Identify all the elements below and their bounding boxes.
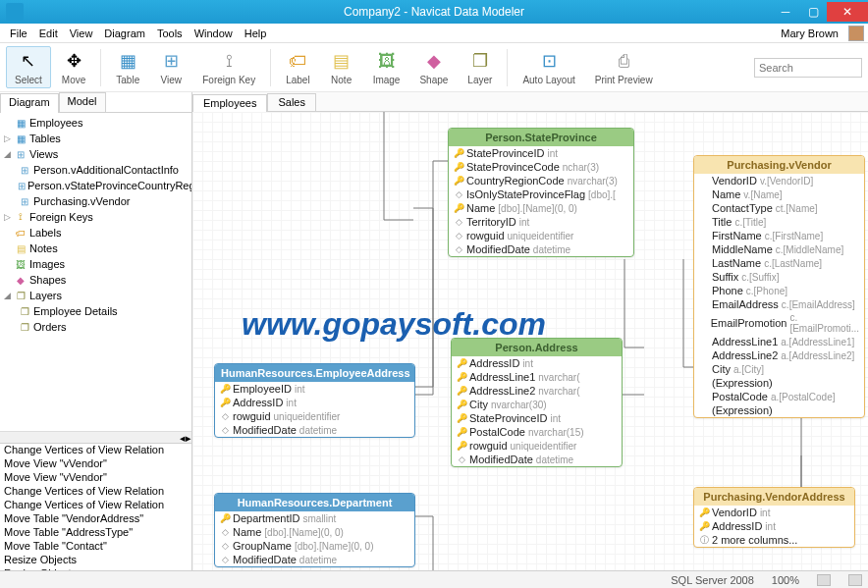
history-item[interactable]: Move Table "Contact" (0, 540, 191, 554)
entity-column[interactable]: 🔑CountryRegionCode nvarchar(3) (449, 174, 633, 187)
entity-column[interactable]: Name v.[Name] (694, 187, 864, 201)
user-info[interactable]: Mary Brown (775, 26, 864, 41)
tree-root[interactable]: ▦Employees (0, 115, 191, 131)
history-item[interactable]: Change Vertices of View Relation (0, 444, 191, 457)
entity-column[interactable]: (Expression) (694, 376, 864, 390)
note-tool[interactable]: ▤Note (321, 46, 362, 88)
label-tool[interactable]: 🏷Label (277, 46, 318, 88)
entity-column[interactable]: ◇TerritoryID int (449, 215, 633, 229)
history-item[interactable]: Move Table "AddressType" (0, 526, 191, 540)
entity-column[interactable]: 🔑DepartmentID smallint (215, 511, 414, 525)
fk-tool[interactable]: ⟟Foreign Key (193, 46, 264, 88)
entity-department[interactable]: HumanResources.Department 🔑DepartmentID … (214, 493, 415, 567)
entity-person-address[interactable]: Person.Address 🔑AddressID int🔑AddressLin… (451, 338, 623, 467)
entity-column[interactable]: ◇GroupName [dbo].[Name](0, 0) (215, 539, 414, 553)
entity-column[interactable]: 🔑PostalCode nvarchar(15) (452, 425, 622, 439)
object-tree[interactable]: ▦Employees ▷▦Tables ◢⊞Views ⊞Person.vAdd… (0, 112, 191, 431)
move-tool[interactable]: ✥Move (53, 46, 94, 88)
maximize-button[interactable]: ▢ (799, 2, 827, 22)
select-tool[interactable]: ↖Select (6, 46, 51, 88)
entity-column[interactable]: ◇ModifiedDate datetime (215, 553, 414, 566)
history-item[interactable]: Move View "vVendor" (0, 471, 191, 485)
entity-column[interactable]: (Expression) (694, 403, 864, 417)
history-item[interactable]: Move Table "VendorAddress" (0, 512, 191, 526)
tree-fks[interactable]: ▷⟟Foreign Keys (0, 209, 191, 225)
tree-views[interactable]: ◢⊞Views (0, 146, 191, 162)
entity-column[interactable]: ⓘ2 more columns... (694, 533, 854, 547)
entity-column[interactable]: ◇rowguid uniqueidentifier (449, 229, 633, 242)
view-tool[interactable]: ⊞View (150, 46, 191, 88)
doc-tab-sales[interactable]: Sales (267, 93, 316, 111)
entity-column[interactable]: MiddleName c.[MiddleName] (694, 242, 864, 256)
entity-vvendor[interactable]: Purchasing.vVendor VendorID v.[VendorID]… (693, 155, 865, 418)
menu-file[interactable]: File (4, 27, 33, 39)
tree-notes[interactable]: ▤Notes (0, 241, 191, 256)
auto-layout-button[interactable]: ⊡Auto Layout (514, 46, 583, 88)
menu-diagram[interactable]: Diagram (98, 27, 151, 39)
history-item[interactable]: Resize Objects (0, 554, 191, 567)
menu-help[interactable]: Help (239, 27, 273, 39)
tree-layer-item[interactable]: ❐Orders (0, 319, 191, 335)
tree-shapes[interactable]: ◆Shapes (0, 272, 191, 288)
history-item[interactable]: Move View "vVendor" (0, 457, 191, 471)
entity-column[interactable]: 🔑City nvarchar(30) (452, 398, 622, 411)
diagram-canvas[interactable]: Person.StateProvince 🔑StateProvinceID in… (192, 112, 868, 570)
entity-column[interactable]: PostalCode a.[PostalCode] (694, 390, 864, 403)
history-item[interactable]: Change Vertices of View Relation (0, 485, 191, 499)
status-icon[interactable] (848, 574, 862, 586)
entity-column[interactable]: 🔑EmployeeID int (215, 382, 414, 396)
entity-column[interactable]: Phone c.[Phone] (694, 284, 864, 297)
entity-column[interactable]: VendorID v.[VendorID] (694, 174, 864, 187)
entity-column[interactable]: 🔑StateProvinceCode nchar(3) (449, 160, 633, 174)
entity-column[interactable]: ◇ModifiedDate datetime (215, 423, 414, 437)
search-input[interactable] (754, 58, 862, 78)
tree-layers[interactable]: ◢❐Layers (0, 288, 191, 303)
entity-column[interactable]: LastName c.[LastName] (694, 256, 864, 270)
doc-tab-employees[interactable]: Employees (192, 94, 267, 112)
entity-column[interactable]: 🔑StateProvinceID int (452, 411, 622, 425)
menu-edit[interactable]: Edit (33, 27, 64, 39)
entity-column[interactable]: 🔑AddressID int (215, 396, 414, 409)
entity-column[interactable]: ◇Name [dbo].[Name](0, 0) (215, 525, 414, 539)
entity-column[interactable]: Suffix c.[Suffix] (694, 270, 864, 284)
entity-column[interactable]: 🔑AddressID int (694, 519, 854, 533)
entity-column[interactable]: ◇rowguid uniqueidentifier (215, 409, 414, 423)
entity-column[interactable]: EmailPromotion c.[EmailPromoti... (694, 311, 864, 335)
image-tool[interactable]: 🖼Image (364, 46, 409, 88)
entity-column[interactable]: ContactType ct.[Name] (694, 201, 864, 215)
entity-column[interactable]: 🔑AddressLine2 nvarchar( (452, 384, 622, 398)
tree-view-item[interactable]: ⊞Person.vStateProvinceCountryRegion (0, 178, 191, 193)
tree-labels[interactable]: 🏷Labels (0, 225, 191, 241)
tree-images[interactable]: 🖼Images (0, 256, 191, 272)
history-list[interactable]: Change Vertices of View Relation Move Vi… (0, 443, 191, 570)
menu-tools[interactable]: Tools (151, 27, 189, 39)
entity-column[interactable]: 🔑VendorID int (694, 506, 854, 519)
entity-column[interactable]: 🔑AddressLine1 nvarchar( (452, 370, 622, 384)
status-icon[interactable] (817, 574, 831, 586)
entity-column[interactable]: AddressLine2 a.[AddressLine2] (694, 348, 864, 362)
layer-tool[interactable]: ❐Layer (459, 46, 501, 88)
shape-tool[interactable]: ◆Shape (410, 46, 457, 88)
entity-column[interactable]: 🔑StateProvinceID int (449, 146, 633, 160)
entity-column[interactable]: City a.[City] (694, 362, 864, 376)
entity-column[interactable]: ◇IsOnlyStateProvinceFlag [dbo].[ (449, 187, 633, 201)
entity-column[interactable]: FirstName c.[FirstName] (694, 229, 864, 242)
tree-layer-item[interactable]: ❐Employee Details (0, 303, 191, 319)
diagram-tab[interactable]: Diagram (0, 93, 59, 113)
close-button[interactable]: ✕ (827, 2, 868, 22)
menu-view[interactable]: View (64, 27, 99, 39)
entity-column[interactable]: Title c.[Title] (694, 215, 864, 229)
entity-column[interactable]: 🔑AddressID int (452, 356, 622, 370)
scrollbar[interactable]: ◂▸ (0, 431, 191, 443)
entity-employee-address[interactable]: HumanResources.EmployeeAddress 🔑Employee… (214, 363, 415, 438)
entity-column[interactable]: ◇ModifiedDate datetime (449, 242, 633, 256)
entity-column[interactable]: ◇ModifiedDate datetime (452, 453, 622, 466)
entity-column[interactable]: 🔑rowguid uniqueidentifier (452, 439, 622, 453)
minimize-button[interactable]: ─ (772, 2, 799, 22)
entity-vendor-address[interactable]: Purchasing.VendorAddress 🔑VendorID int🔑A… (693, 487, 855, 548)
entity-column[interactable]: AddressLine1 a.[AddressLine1] (694, 335, 864, 348)
table-tool[interactable]: ▦Table (107, 46, 148, 88)
tree-view-item[interactable]: ⊞Person.vAdditionalContactInfo (0, 162, 191, 178)
entity-column[interactable]: 🔑Name [dbo].[Name](0, 0) (449, 201, 633, 215)
model-tab[interactable]: Model (59, 92, 106, 112)
